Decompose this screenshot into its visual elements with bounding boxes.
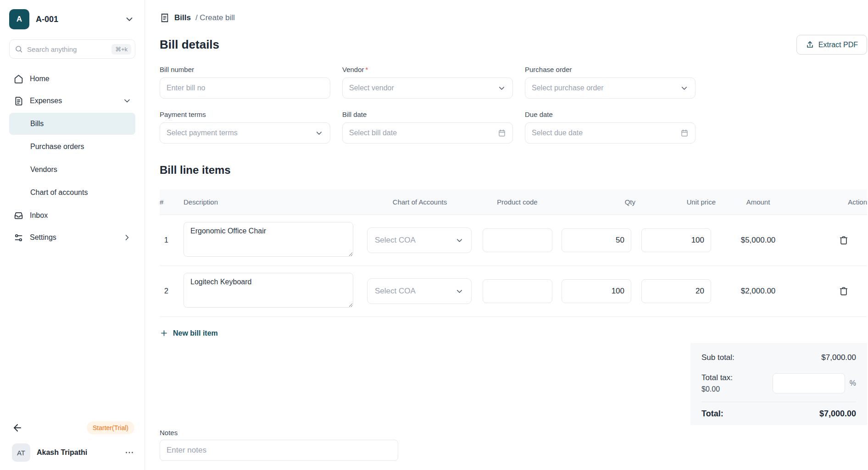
collapse-sidebar-button[interactable] (12, 422, 23, 433)
sidebar-item-bills[interactable]: Bills (9, 113, 135, 135)
line-items-header: # Description Chart of Accounts Product … (160, 189, 867, 215)
sidebar-item-label: Expenses (30, 97, 62, 105)
expenses-icon (14, 96, 23, 106)
total-label: Total: (701, 409, 723, 419)
tax-label: Total tax: (701, 373, 733, 382)
receipt-icon (160, 13, 170, 23)
sidebar-item-vendors[interactable]: Vendors (9, 159, 135, 181)
extract-pdf-button[interactable]: Extract PDF (796, 35, 867, 55)
user-profile[interactable]: AT Akash Tripathi (12, 443, 134, 462)
product-code-input[interactable] (483, 228, 552, 252)
row-index: 1 (160, 236, 184, 244)
search-shortcut-badge: ⌘+k (111, 44, 131, 55)
bill-date-picker[interactable]: Select bill date (342, 122, 513, 144)
page-title: Bill details (160, 38, 219, 52)
field-purchase-order: Purchase order Select purchase order (525, 66, 696, 99)
field-vendor: Vendor* Select vendor (342, 66, 513, 99)
sidebar-nav: Home Expenses Bills Purchase orders Vend… (0, 61, 145, 249)
sidebar-item-expenses[interactable]: Expenses (9, 90, 135, 112)
search-icon (15, 45, 23, 53)
bill-number-input[interactable] (167, 84, 323, 92)
amount-value: $5,000.00 (716, 236, 801, 245)
row-index: 2 (160, 287, 184, 295)
sidebar-item-label: Settings (30, 233, 56, 242)
coa-select[interactable]: Select COA (367, 278, 472, 304)
tax-percent-input[interactable] (773, 373, 845, 393)
calendar-icon (680, 129, 689, 137)
new-bill-item-button[interactable]: New bill item (160, 329, 218, 337)
sidebar-item-chart-of-accounts[interactable]: Chart of accounts (9, 182, 135, 204)
upload-icon (806, 40, 814, 49)
qty-input[interactable] (562, 228, 631, 252)
chevron-down-icon[interactable] (124, 14, 134, 24)
tax-value: $0.00 (701, 385, 733, 393)
unit-price-input[interactable] (641, 228, 711, 252)
search-placeholder: Search anything (27, 45, 107, 53)
notes-label: Notes (160, 429, 867, 437)
avatar: AT (12, 443, 30, 462)
subtotal-label: Sub total: (701, 353, 734, 362)
inbox-icon (14, 211, 23, 221)
settings-icon (14, 233, 23, 243)
plan-badge[interactable]: Starter(Trial) (87, 421, 134, 434)
workspace-name: A-001 (36, 15, 58, 24)
subtotal-value: $7,000.00 (821, 353, 856, 362)
product-code-input[interactable] (483, 279, 552, 303)
delete-row-button[interactable] (837, 233, 851, 247)
user-name: Akash Tripathi (37, 448, 87, 457)
chevron-down-icon (497, 84, 506, 93)
sidebar-item-purchase-orders[interactable]: Purchase orders (9, 136, 135, 158)
field-payment-terms: Payment terms Select payment terms (160, 111, 330, 144)
bill-details-form: Bill number Vendor* Select vendor Purcha… (160, 66, 867, 144)
percent-sign: % (850, 379, 856, 387)
purchase-order-select[interactable]: Select purchase order (525, 77, 696, 99)
total-value: $7,000.00 (819, 409, 856, 419)
notes-input[interactable] (160, 440, 398, 461)
table-row: 2 Logitech Keyboard Select COA $2,000.00 (160, 266, 867, 317)
payment-terms-select[interactable]: Select payment terms (160, 122, 330, 144)
chevron-down-icon (315, 129, 323, 138)
main-content: Bills / Create bill Bill details Extract… (145, 13, 868, 461)
field-bill-number: Bill number (160, 66, 330, 99)
description-textarea[interactable]: Ergonomic Office Chair (184, 222, 353, 257)
search-input[interactable]: Search anything ⌘+k (9, 39, 135, 59)
calendar-icon (498, 129, 506, 137)
amount-value: $2,000.00 (716, 287, 801, 296)
unit-price-input[interactable] (641, 279, 711, 303)
bill-number-input[interactable] (160, 77, 330, 99)
notes-section: Notes (160, 429, 867, 461)
sidebar-footer: Starter(Trial) AT Akash Tripathi (0, 421, 145, 470)
due-date-picker[interactable]: Select due date (525, 122, 696, 144)
qty-input[interactable] (562, 279, 631, 303)
sidebar: A A-001 Search anything ⌘+k Home Expense… (0, 0, 145, 470)
line-items-title: Bill line items (160, 164, 867, 177)
chevron-down-icon (122, 96, 132, 105)
required-asterisk: * (366, 66, 368, 73)
trash-icon (839, 286, 849, 296)
delete-row-button[interactable] (837, 284, 851, 298)
workspace-switcher[interactable]: A A-001 (0, 0, 145, 36)
sidebar-item-label: Inbox (30, 211, 48, 220)
chevron-down-icon (680, 84, 689, 93)
breadcrumb: Bills / Create bill (160, 13, 867, 23)
breadcrumb-current: / Create bill (195, 13, 235, 22)
sidebar-item-home[interactable]: Home (9, 68, 135, 90)
sidebar-item-inbox[interactable]: Inbox (9, 205, 135, 227)
vendor-select[interactable]: Select vendor (342, 77, 513, 99)
chevron-down-icon (455, 236, 464, 245)
coa-select[interactable]: Select COA (367, 227, 472, 253)
sidebar-item-label: Home (30, 75, 50, 83)
home-icon (14, 74, 23, 84)
description-textarea[interactable]: Logitech Keyboard (184, 273, 353, 308)
sidebar-item-settings[interactable]: Settings (9, 227, 135, 249)
breadcrumb-bills[interactable]: Bills (174, 13, 191, 22)
totals-summary: Sub total: $7,000.00 Total tax: $0.00 % … (690, 343, 867, 425)
workspace-avatar: A (9, 9, 29, 29)
plus-icon (160, 329, 168, 337)
field-bill-date: Bill date Select bill date (342, 111, 513, 144)
chevron-down-icon (455, 287, 464, 296)
table-row: 1 Ergonomic Office Chair Select COA $5,0… (160, 215, 867, 266)
ellipsis-icon[interactable] (124, 448, 134, 458)
field-due-date: Due date Select due date (525, 111, 696, 144)
chevron-right-icon (122, 233, 132, 242)
